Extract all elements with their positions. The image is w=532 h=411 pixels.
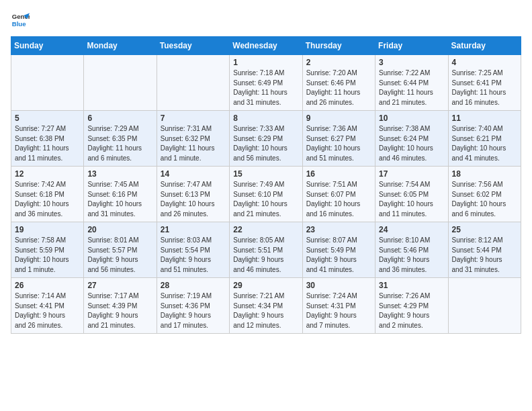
day-number: 16 <box>306 169 371 179</box>
day-number: 15 <box>233 169 298 179</box>
day-number: 22 <box>233 225 298 234</box>
calendar-week-row: 12Sunrise: 7:42 AM Sunset: 6:18 PM Dayli… <box>11 167 521 222</box>
day-number: 9 <box>306 113 371 123</box>
calendar-cell: 18Sunrise: 7:56 AM Sunset: 6:02 PM Dayli… <box>448 167 521 222</box>
calendar-cell <box>448 278 521 334</box>
calendar-cell: 4Sunrise: 7:25 AM Sunset: 6:41 PM Daylig… <box>448 55 521 111</box>
calendar-cell: 7Sunrise: 7:31 AM Sunset: 6:32 PM Daylig… <box>157 111 229 167</box>
calendar-week-row: 1Sunrise: 7:18 AM Sunset: 6:49 PM Daylig… <box>11 55 521 111</box>
day-info: Sunrise: 8:12 AM Sunset: 5:44 PM Dayligh… <box>452 236 517 275</box>
day-number: 11 <box>452 113 517 123</box>
day-info: Sunrise: 7:47 AM Sunset: 6:13 PM Dayligh… <box>161 180 226 219</box>
calendar-cell: 22Sunrise: 8:05 AM Sunset: 5:51 PM Dayli… <box>230 222 302 278</box>
logo-icon: General Blue <box>11 11 30 30</box>
day-info: Sunrise: 8:07 AM Sunset: 5:49 PM Dayligh… <box>306 236 371 275</box>
day-info: Sunrise: 8:10 AM Sunset: 5:46 PM Dayligh… <box>379 236 444 275</box>
calendar-cell: 5Sunrise: 7:27 AM Sunset: 6:38 PM Daylig… <box>11 111 84 167</box>
day-number: 3 <box>379 58 444 67</box>
calendar-cell: 14Sunrise: 7:47 AM Sunset: 6:13 PM Dayli… <box>157 167 229 222</box>
calendar-week-row: 5Sunrise: 7:27 AM Sunset: 6:38 PM Daylig… <box>11 111 521 167</box>
day-number: 19 <box>15 225 80 234</box>
day-number: 26 <box>15 281 80 290</box>
day-number: 13 <box>87 169 152 179</box>
day-number: 18 <box>452 169 517 179</box>
calendar-cell: 21Sunrise: 8:03 AM Sunset: 5:54 PM Dayli… <box>157 222 229 278</box>
day-number: 7 <box>161 113 226 123</box>
calendar-cell <box>84 55 157 111</box>
day-info: Sunrise: 7:51 AM Sunset: 6:07 PM Dayligh… <box>306 180 371 219</box>
calendar-cell: 8Sunrise: 7:33 AM Sunset: 6:29 PM Daylig… <box>230 111 302 167</box>
calendar-cell: 27Sunrise: 7:17 AM Sunset: 4:39 PM Dayli… <box>84 278 157 334</box>
day-info: Sunrise: 7:56 AM Sunset: 6:02 PM Dayligh… <box>452 180 517 219</box>
calendar-cell: 10Sunrise: 7:38 AM Sunset: 6:24 PM Dayli… <box>375 111 448 167</box>
calendar-cell: 23Sunrise: 8:07 AM Sunset: 5:49 PM Dayli… <box>302 222 375 278</box>
day-info: Sunrise: 7:58 AM Sunset: 5:59 PM Dayligh… <box>15 236 80 275</box>
day-info: Sunrise: 7:45 AM Sunset: 6:16 PM Dayligh… <box>87 180 152 219</box>
day-number: 2 <box>306 58 371 67</box>
weekday-header: Wednesday <box>230 37 302 55</box>
calendar-cell: 9Sunrise: 7:36 AM Sunset: 6:27 PM Daylig… <box>302 111 375 167</box>
day-info: Sunrise: 7:29 AM Sunset: 6:35 PM Dayligh… <box>87 124 152 163</box>
day-info: Sunrise: 7:22 AM Sunset: 6:44 PM Dayligh… <box>379 68 444 107</box>
calendar-cell: 20Sunrise: 8:01 AM Sunset: 5:57 PM Dayli… <box>84 222 157 278</box>
day-info: Sunrise: 7:54 AM Sunset: 6:05 PM Dayligh… <box>379 180 444 219</box>
day-number: 20 <box>87 225 152 234</box>
calendar-cell: 29Sunrise: 7:21 AM Sunset: 4:34 PM Dayli… <box>230 278 302 334</box>
day-info: Sunrise: 7:33 AM Sunset: 6:29 PM Dayligh… <box>233 124 298 163</box>
calendar-cell: 2Sunrise: 7:20 AM Sunset: 6:46 PM Daylig… <box>302 55 375 111</box>
day-info: Sunrise: 7:49 AM Sunset: 6:10 PM Dayligh… <box>233 180 298 219</box>
svg-text:Blue: Blue <box>12 20 26 28</box>
day-number: 14 <box>161 169 226 179</box>
calendar-cell: 28Sunrise: 7:19 AM Sunset: 4:36 PM Dayli… <box>157 278 229 334</box>
day-info: Sunrise: 7:21 AM Sunset: 4:34 PM Dayligh… <box>233 291 298 330</box>
day-info: Sunrise: 7:18 AM Sunset: 6:49 PM Dayligh… <box>233 68 298 107</box>
calendar-cell: 11Sunrise: 7:40 AM Sunset: 6:21 PM Dayli… <box>448 111 521 167</box>
day-number: 25 <box>452 225 517 234</box>
weekday-header: Sunday <box>11 37 84 55</box>
day-info: Sunrise: 7:36 AM Sunset: 6:27 PM Dayligh… <box>306 124 371 163</box>
calendar-table: SundayMondayTuesdayWednesdayThursdayFrid… <box>11 36 521 334</box>
page-header: General Blue <box>11 11 521 30</box>
day-info: Sunrise: 7:20 AM Sunset: 6:46 PM Dayligh… <box>306 68 371 107</box>
calendar-cell: 26Sunrise: 7:14 AM Sunset: 4:41 PM Dayli… <box>11 278 84 334</box>
day-number: 28 <box>161 281 226 290</box>
day-info: Sunrise: 7:25 AM Sunset: 6:41 PM Dayligh… <box>452 68 517 107</box>
day-number: 24 <box>379 225 444 234</box>
logo: General Blue <box>11 11 30 30</box>
calendar-cell: 12Sunrise: 7:42 AM Sunset: 6:18 PM Dayli… <box>11 167 84 222</box>
calendar-cell: 13Sunrise: 7:45 AM Sunset: 6:16 PM Dayli… <box>84 167 157 222</box>
day-number: 30 <box>306 281 371 290</box>
day-info: Sunrise: 7:14 AM Sunset: 4:41 PM Dayligh… <box>15 291 80 330</box>
calendar-cell: 31Sunrise: 7:26 AM Sunset: 4:29 PM Dayli… <box>375 278 448 334</box>
day-info: Sunrise: 7:40 AM Sunset: 6:21 PM Dayligh… <box>452 124 517 163</box>
calendar-body: 1Sunrise: 7:18 AM Sunset: 6:49 PM Daylig… <box>11 55 521 334</box>
day-number: 29 <box>233 281 298 290</box>
day-number: 27 <box>87 281 152 290</box>
weekday-header: Friday <box>375 37 448 55</box>
day-number: 1 <box>233 58 298 67</box>
day-info: Sunrise: 7:42 AM Sunset: 6:18 PM Dayligh… <box>15 180 80 219</box>
calendar-cell: 3Sunrise: 7:22 AM Sunset: 6:44 PM Daylig… <box>375 55 448 111</box>
day-number: 31 <box>379 281 444 290</box>
day-info: Sunrise: 8:05 AM Sunset: 5:51 PM Dayligh… <box>233 236 298 275</box>
day-number: 8 <box>233 113 298 123</box>
day-number: 10 <box>379 113 444 123</box>
calendar-cell: 1Sunrise: 7:18 AM Sunset: 6:49 PM Daylig… <box>230 55 302 111</box>
weekday-header: Tuesday <box>157 37 229 55</box>
day-info: Sunrise: 7:27 AM Sunset: 6:38 PM Dayligh… <box>15 124 80 163</box>
calendar-cell <box>11 55 84 111</box>
day-info: Sunrise: 8:01 AM Sunset: 5:57 PM Dayligh… <box>87 236 152 275</box>
calendar-cell: 30Sunrise: 7:24 AM Sunset: 4:31 PM Dayli… <box>302 278 375 334</box>
weekday-header: Monday <box>84 37 157 55</box>
day-info: Sunrise: 7:19 AM Sunset: 4:36 PM Dayligh… <box>161 291 226 330</box>
day-info: Sunrise: 7:26 AM Sunset: 4:29 PM Dayligh… <box>379 291 444 330</box>
day-info: Sunrise: 7:17 AM Sunset: 4:39 PM Dayligh… <box>87 291 152 330</box>
calendar-cell: 24Sunrise: 8:10 AM Sunset: 5:46 PM Dayli… <box>375 222 448 278</box>
day-number: 12 <box>15 169 80 179</box>
calendar-cell: 19Sunrise: 7:58 AM Sunset: 5:59 PM Dayli… <box>11 222 84 278</box>
day-info: Sunrise: 8:03 AM Sunset: 5:54 PM Dayligh… <box>161 236 226 275</box>
calendar-header: SundayMondayTuesdayWednesdayThursdayFrid… <box>11 37 521 55</box>
calendar-week-row: 26Sunrise: 7:14 AM Sunset: 4:41 PM Dayli… <box>11 278 521 334</box>
calendar-cell: 16Sunrise: 7:51 AM Sunset: 6:07 PM Dayli… <box>302 167 375 222</box>
calendar-week-row: 19Sunrise: 7:58 AM Sunset: 5:59 PM Dayli… <box>11 222 521 278</box>
